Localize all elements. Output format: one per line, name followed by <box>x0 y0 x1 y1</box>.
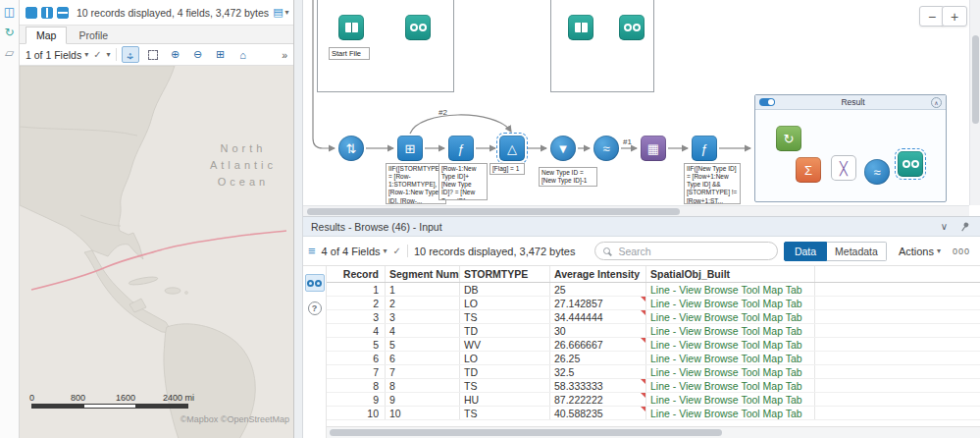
zoom-extent-button[interactable]: ⊞ <box>212 46 230 63</box>
layout-single-icon[interactable] <box>26 7 37 19</box>
cell-record[interactable]: 5 <box>327 338 386 351</box>
tool-container[interactable] <box>317 0 454 92</box>
cell-spatial[interactable]: Line - View Browse Tool Map Tab <box>646 407 815 419</box>
home-button[interactable]: ⌂ <box>234 46 252 63</box>
apply-check-icon[interactable]: ✓ <box>93 49 101 60</box>
column-header-segment[interactable]: Segment Number <box>386 266 460 282</box>
search-box[interactable] <box>594 242 778 260</box>
formula-tool[interactable]: ƒ <box>692 136 717 161</box>
cell-stormtype[interactable]: TS <box>460 310 550 323</box>
tab-profile[interactable]: Profile <box>69 27 118 43</box>
cell-spatial[interactable]: Line - View Browse Tool Map Tab <box>646 393 815 406</box>
horizontal-scrollbar[interactable] <box>327 426 980 438</box>
running-total-tool[interactable]: ≈ <box>593 136 619 161</box>
cell-record[interactable]: 9 <box>327 393 386 406</box>
charting-tool[interactable]: ≈ <box>864 159 890 185</box>
cell-intensity[interactable]: 26.666667 <box>550 338 646 351</box>
scrollbar-thumb[interactable] <box>972 35 979 124</box>
tool-annotation[interactable]: [Flag] = 1 <box>490 163 525 175</box>
layout-rows-icon[interactable] <box>57 7 69 19</box>
cell-record[interactable]: 7 <box>327 365 386 378</box>
collapse-panel-icon[interactable]: ∨ <box>941 221 948 232</box>
sort-tool[interactable]: ⇅ <box>338 136 364 161</box>
cell-record[interactable]: 6 <box>327 352 386 364</box>
browse-map-button[interactable] <box>305 274 325 292</box>
tile-tool[interactable]: ▦ <box>641 136 666 161</box>
tool-annotation[interactable]: Start File <box>329 47 370 60</box>
zoom-in-button[interactable]: ⊕ <box>167 46 184 63</box>
cell-segment[interactable]: 4 <box>386 324 460 337</box>
cell-intensity[interactable]: 34.444444 <box>550 310 646 323</box>
formula-tool-selected[interactable]: △ <box>499 136 525 161</box>
summarize-tool[interactable]: Σ <box>796 157 821 183</box>
more-options-icon[interactable]: 000 <box>953 246 970 256</box>
cell-spatial[interactable]: Line - View Browse Tool Map Tab <box>646 352 815 364</box>
table-row[interactable]: 6 6 LO 26.25 Line - View Browse Tool Map… <box>327 352 980 365</box>
fields-dropdown[interactable]: 1 of 1 Fields ▾ <box>26 49 88 61</box>
help-icon[interactable]: ? <box>308 301 322 315</box>
column-header-spatial[interactable]: SpatialObj_Built <box>646 266 815 282</box>
cell-segment[interactable]: 6 <box>386 352 460 364</box>
table-row[interactable]: 4 4 TD 30 Line - View Browse Tool Map Ta… <box>327 324 980 338</box>
generate-rows-tool[interactable]: ↻ <box>776 126 801 151</box>
tool-annotation[interactable]: IIF([STORMTYPE] = [Row-1:STORMTYPE], [Ro… <box>386 163 446 204</box>
pin-icon[interactable] <box>959 221 970 233</box>
cell-record[interactable]: 3 <box>327 310 386 323</box>
cell-spatial[interactable]: Line - View Browse Tool Map Tab <box>646 338 815 351</box>
cell-intensity[interactable]: 40.588235 <box>550 407 646 419</box>
panels-icon[interactable]: ◫ <box>4 6 15 18</box>
tab-map[interactable]: Map <box>26 27 67 44</box>
cell-segment[interactable]: 1 <box>386 283 460 296</box>
tool-annotation[interactable]: [Row-1:New Type ID]+ [New Type ID]? = [N… <box>438 163 488 200</box>
toolbar-overflow-button[interactable]: » <box>282 49 287 61</box>
workflow-canvas[interactable]: Start File ⇅ ⊞ ƒ △ ▼ ≈ ▦ ƒ IIF([STORMTYP… <box>303 0 980 217</box>
cell-spatial[interactable]: Line - View Browse Tool Map Tab <box>646 365 815 378</box>
data-button[interactable]: Data <box>784 242 827 261</box>
input-data-tool[interactable] <box>568 15 593 40</box>
input-data-tool[interactable] <box>338 15 364 40</box>
apply-check-icon[interactable]: ✓ <box>393 246 401 256</box>
table-row[interactable]: 3 3 TS 34.444444 Line - View Browse Tool… <box>327 310 980 324</box>
fields-dropdown[interactable]: 4 of 4 Fields ▾ <box>322 246 387 257</box>
table-row[interactable]: 5 5 WV 26.666667 Line - View Browse Tool… <box>327 338 980 352</box>
report-menu-button[interactable]: ▤ ▾ <box>273 6 288 19</box>
vertical-scrollbar[interactable] <box>969 0 980 205</box>
select-tool-button[interactable] <box>144 46 162 63</box>
table-row[interactable]: 7 7 TD 32.5 Line - View Browse Tool Map … <box>327 365 980 379</box>
grid-layout-icon[interactable]: ≡ <box>308 244 316 258</box>
cell-record[interactable]: 1 <box>327 283 386 296</box>
cell-record[interactable]: 2 <box>327 297 386 309</box>
cell-stormtype[interactable]: TS <box>460 379 550 392</box>
table-row[interactable]: 1 1 DB 25 Line - View Browse Tool Map Ta… <box>327 283 980 297</box>
table-row[interactable]: 10 10 TS 40.588235 Line - View Browse To… <box>327 407 980 420</box>
cell-intensity[interactable]: 32.5 <box>550 365 646 378</box>
cell-intensity[interactable]: 87.222222 <box>550 393 646 406</box>
panel-splitter[interactable] <box>294 0 303 438</box>
cell-spatial[interactable]: Line - View Browse Tool Map Tab <box>646 297 815 309</box>
cell-spatial[interactable]: Line - View Browse Tool Map Tab <box>646 283 815 296</box>
table-row[interactable]: 8 8 TS 58.333333 Line - View Browse Tool… <box>327 379 980 393</box>
cell-segment[interactable]: 10 <box>386 407 460 419</box>
poly-build-tool[interactable]: ╳ <box>831 155 856 181</box>
tool-annotation[interactable]: IIF([New Type ID] = [Row+1:New Type ID] … <box>684 163 741 204</box>
zoom-in-button[interactable]: + <box>942 6 967 27</box>
cell-segment[interactable]: 3 <box>386 310 460 323</box>
column-header-stormtype[interactable]: STORMTYPE <box>460 266 550 282</box>
cell-spatial[interactable]: Line - View Browse Tool Map Tab <box>646 310 815 323</box>
cell-stormtype[interactable]: LO <box>460 297 550 309</box>
cell-stormtype[interactable]: HU <box>460 393 550 406</box>
container-toggle[interactable] <box>759 98 775 106</box>
map-view[interactable]: North Atlantic Ocean 0 800 1600 2400 mi … <box>20 66 293 438</box>
cell-intensity[interactable]: 26.25 <box>550 352 646 364</box>
cell-segment[interactable]: 9 <box>386 393 460 406</box>
cell-segment[interactable]: 8 <box>386 379 460 392</box>
scrollbar-thumb[interactable] <box>307 208 680 215</box>
tag-icon[interactable]: ▱ <box>5 47 14 59</box>
browse-tool-result[interactable] <box>898 151 923 177</box>
browse-tool[interactable] <box>619 15 645 40</box>
column-header-record[interactable]: Record <box>327 266 386 282</box>
metadata-button[interactable]: Metadata <box>827 242 887 261</box>
filter-tool[interactable]: ▼ <box>550 136 576 161</box>
pan-tool-button[interactable]: ↔↕ <box>122 46 139 63</box>
browse-tool[interactable] <box>405 15 431 40</box>
